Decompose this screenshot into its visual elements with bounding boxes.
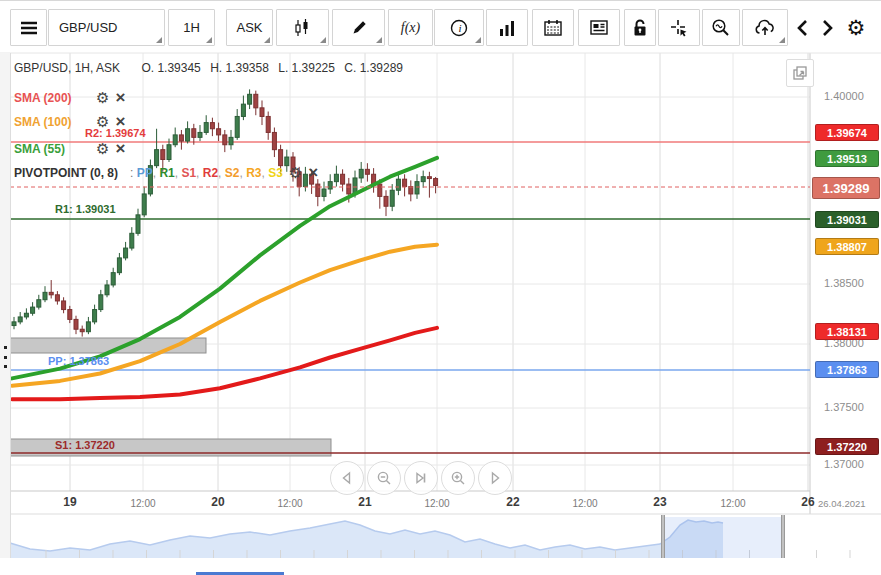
navigator-selection[interactable] — [663, 517, 783, 558]
pivot-level-r3: R3 — [246, 166, 261, 180]
dropdown-corner-icon — [206, 37, 212, 43]
chart-canvas — [0, 1, 881, 575]
axis-date-label: 26.04.2021 — [818, 498, 866, 509]
dropdown-corner-icon — [475, 37, 481, 43]
time-axis-label: 20 — [211, 495, 224, 509]
dropdown-corner-icon — [779, 37, 785, 43]
chevleft-icon — [794, 18, 812, 38]
left-panel-splitter — [0, 53, 11, 558]
time-axis-label: 26 — [801, 495, 814, 509]
settings-button[interactable]: ⚙ — [842, 9, 870, 46]
indicator-remove-icon[interactable]: × — [115, 91, 125, 105]
time-axis-label: 12:00 — [424, 498, 449, 509]
trading-chart-app: GBP/USD1HASKf(x)i⚙ GBP/USD, 1H, ASK O. 1… — [0, 0, 881, 575]
price-axis-label: 1.38500 — [824, 277, 864, 289]
time-axis-label: 12:00 — [130, 498, 155, 509]
timeframe-select[interactable]: 1H — [168, 9, 215, 46]
menu-icon — [18, 17, 40, 39]
indicator-remove-icon[interactable]: × — [115, 142, 125, 156]
dropdown-corner-icon — [376, 37, 382, 43]
indicator-settings-icon[interactable]: ⚙ — [289, 166, 302, 180]
indicator-remove-icon[interactable]: × — [308, 166, 318, 180]
pivot-level-r1: R1 — [159, 166, 174, 180]
tri-right-icon — [487, 470, 503, 486]
pencil-icon — [350, 19, 368, 37]
indicators-button[interactable]: f(x) — [388, 9, 433, 46]
dropdown-corner-icon — [264, 37, 270, 43]
next-button[interactable] — [816, 9, 838, 46]
go-to-end-button[interactable] — [404, 461, 438, 495]
price-axis-label: 1.37500 — [824, 401, 864, 413]
open-value: 1.39345 — [157, 61, 200, 75]
expand-chart-button[interactable] — [786, 59, 814, 87]
navigator[interactable] — [10, 515, 850, 558]
price-type-select-label: ASK — [236, 20, 262, 35]
prev-button[interactable] — [792, 9, 814, 46]
price-level-badge: 1.39031 — [815, 211, 879, 228]
zoomarea-icon — [711, 18, 731, 38]
price-axis-label: 1.37000 — [824, 458, 864, 470]
indicator-name-label: SMA (100) — [14, 115, 90, 129]
time-axis-label: 21 — [358, 495, 371, 509]
time-axis-label: 22 — [506, 495, 519, 509]
symbol-select-label: GBP/USD — [59, 20, 118, 35]
news-icon — [589, 18, 609, 38]
current-price-badge: 1.39289 — [812, 177, 880, 199]
gridlines — [10, 53, 810, 491]
time-axis-label: 19 — [63, 495, 76, 509]
pivot-level-label: PP: 1.37863 — [48, 355, 109, 367]
price-level-badge: 1.37863 — [815, 361, 879, 378]
menu-button[interactable] — [10, 9, 47, 46]
lock-button[interactable] — [624, 9, 656, 46]
time-axis-label: 23 — [653, 495, 666, 509]
cloud-icon — [754, 18, 776, 38]
info-button[interactable]: i — [434, 9, 484, 46]
pan-right-button[interactable] — [478, 461, 512, 495]
ohlc-header: GBP/USD, 1H, ASK O. 1.39345 H. 1.39358 L… — [14, 61, 403, 75]
zoom-in-button[interactable] — [441, 461, 475, 495]
indicator-settings-icon[interactable]: ⚙ — [96, 142, 109, 156]
info-icon: i — [449, 18, 469, 38]
price-axis-label: 1.40000 — [824, 90, 864, 102]
chart-title: GBP/USD, 1H, ASK — [14, 61, 120, 75]
volume-icon — [497, 18, 517, 38]
low-value: 1.39225 — [292, 61, 335, 75]
calendar-button[interactable] — [532, 9, 574, 46]
high-label: H. — [210, 61, 222, 75]
zoom-area-button[interactable] — [702, 9, 740, 46]
skip-icon — [413, 470, 429, 486]
high-value: 1.39358 — [225, 61, 268, 75]
time-axis-label: 12:00 — [277, 498, 302, 509]
pivot-level-pp: PP — [137, 166, 153, 180]
price-level-badge: 1.39513 — [815, 150, 879, 167]
candles-icon — [293, 18, 313, 38]
tri-left-icon — [339, 470, 355, 486]
pan-left-button[interactable] — [330, 461, 364, 495]
chart-type-button[interactable] — [276, 9, 329, 46]
upload-button[interactable] — [742, 9, 788, 46]
dropdown-corner-icon — [320, 37, 326, 43]
indicator-settings-icon[interactable]: ⚙ — [96, 91, 109, 105]
crosshair-button[interactable] — [658, 9, 700, 46]
price-level-badge: 1.38807 — [815, 238, 879, 255]
indicator-row: PIVOTPOINT (0, 8) : PP, R1, S1, R2, S2, … — [14, 164, 318, 182]
calendar-icon — [543, 18, 563, 38]
symbol-select[interactable]: GBP/USD — [48, 9, 165, 46]
pivot-level-s3: S3 — [268, 166, 283, 180]
splitter-drag-handle[interactable] — [2, 346, 8, 368]
volume-button[interactable] — [486, 9, 528, 46]
low-label: L. — [278, 61, 288, 75]
zoom-out-button[interactable] — [367, 461, 401, 495]
gear-icon: ⚙ — [847, 18, 866, 38]
price-type-select[interactable]: ASK — [226, 9, 273, 46]
draw-tools-button[interactable] — [332, 9, 385, 46]
crosshair-icon — [669, 18, 689, 38]
indicator-row: SMA (55)⚙× — [14, 140, 125, 158]
pivot-level-label: S1: 1.37220 — [55, 439, 115, 451]
time-axis-label: 12:00 — [720, 498, 745, 509]
mag-minus-icon — [376, 470, 392, 486]
news-button[interactable] — [578, 9, 620, 46]
mag-plus-icon — [450, 470, 466, 486]
pivot-level-r2: R2 — [203, 166, 218, 180]
close-value: 1.39289 — [360, 61, 403, 75]
